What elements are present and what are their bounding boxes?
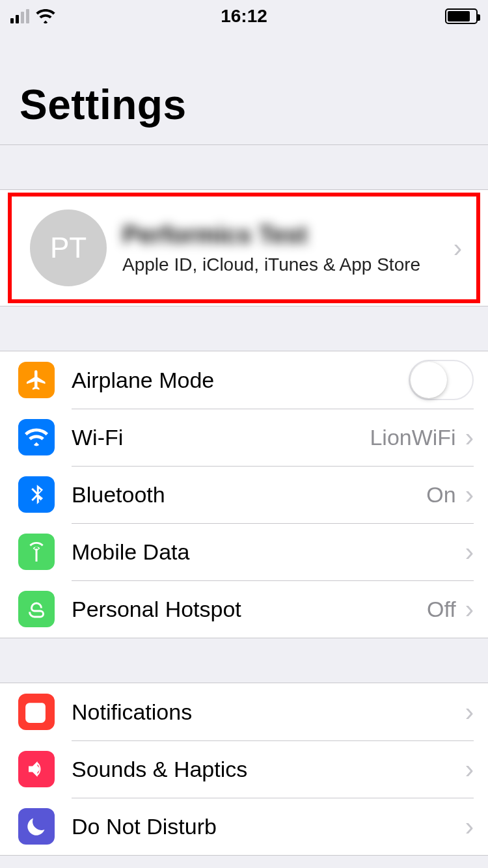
sounds-label: Sounds & Haptics (72, 757, 456, 782)
section-spacer (0, 306, 488, 351)
bluetooth-value: On (426, 482, 455, 508)
alerts-group: Notifications › Sounds & Haptics › Do No… (0, 683, 488, 856)
connectivity-group: Airplane Mode Wi-Fi LionWiFi › Bluetooth… (0, 351, 488, 638)
wifi-label: Wi-Fi (72, 425, 360, 450)
status-right (445, 8, 478, 24)
personal-hotspot-row[interactable]: Personal Hotspot Off › (0, 580, 488, 638)
chevron-right-icon: › (454, 234, 462, 263)
notifications-label: Notifications (72, 699, 456, 725)
status-bar: 16:12 (0, 0, 488, 29)
apple-id-name: Performics Test (122, 221, 438, 249)
wifi-icon (18, 419, 55, 455)
cellular-signal-icon (10, 9, 29, 23)
notifications-icon (18, 694, 55, 730)
chevron-right-icon: › (465, 595, 474, 624)
notifications-row[interactable]: Notifications › (0, 683, 488, 740)
chevron-right-icon: › (465, 423, 474, 452)
antenna-icon (18, 534, 55, 570)
apple-id-text: Performics Test Apple ID, iCloud, iTunes… (122, 221, 438, 275)
airplane-icon (18, 362, 55, 398)
airplane-mode-toggle[interactable] (409, 360, 474, 400)
status-time: 16:12 (221, 6, 267, 27)
hotspot-icon (18, 591, 55, 627)
chevron-right-icon: › (465, 812, 474, 841)
wifi-row[interactable]: Wi-Fi LionWiFi › (0, 409, 488, 466)
mobile-data-label: Mobile Data (72, 539, 447, 565)
moon-icon (18, 808, 55, 845)
sounds-row[interactable]: Sounds & Haptics › (0, 740, 488, 798)
bluetooth-row[interactable]: Bluetooth On › (0, 466, 488, 523)
personal-hotspot-label: Personal Hotspot (72, 597, 418, 622)
svg-point-0 (40, 703, 46, 709)
speaker-icon (18, 751, 55, 787)
wifi-value: LionWiFi (370, 425, 455, 450)
airplane-mode-label: Airplane Mode (72, 368, 400, 393)
battery-icon (445, 8, 478, 24)
page-title: Settings (0, 29, 488, 144)
wifi-status-icon (36, 9, 55, 23)
bluetooth-label: Bluetooth (72, 482, 417, 508)
personal-hotspot-value: Off (427, 597, 456, 622)
section-spacer (0, 145, 488, 189)
status-left (10, 9, 55, 23)
chevron-right-icon: › (465, 480, 474, 509)
mobile-data-row[interactable]: Mobile Data › (0, 523, 488, 580)
section-spacer (0, 638, 488, 683)
chevron-right-icon: › (465, 537, 474, 567)
apple-id-subtitle: Apple ID, iCloud, iTunes & App Store (122, 254, 438, 275)
bluetooth-icon (18, 476, 55, 513)
apple-id-row[interactable]: PT Performics Test Apple ID, iCloud, iTu… (8, 193, 480, 303)
chevron-right-icon: › (465, 755, 474, 784)
apple-id-group: PT Performics Test Apple ID, iCloud, iTu… (0, 189, 488, 306)
chevron-right-icon: › (465, 698, 474, 727)
avatar: PT (30, 210, 107, 286)
airplane-mode-row[interactable]: Airplane Mode (0, 351, 488, 409)
dnd-label: Do Not Disturb (72, 814, 456, 839)
dnd-row[interactable]: Do Not Disturb › (0, 798, 488, 855)
